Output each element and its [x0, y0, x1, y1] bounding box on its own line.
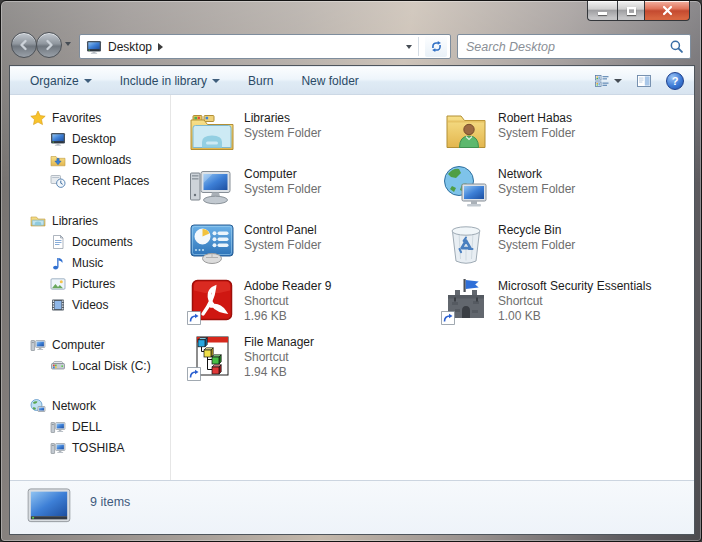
music-note-icon	[50, 255, 66, 271]
forward-button[interactable]	[36, 32, 62, 58]
preview-pane-icon	[636, 73, 652, 89]
file-item-control-panel[interactable]: Control Panel System Folder	[188, 220, 440, 276]
search-box[interactable]	[457, 34, 691, 59]
file-item-text: File Manager Shortcut 1.94 KB	[244, 332, 314, 388]
minimize-icon	[598, 12, 607, 15]
item-size: 1.96 KB	[244, 309, 331, 324]
desktop-monitor-icon	[86, 39, 102, 55]
command-bar-right: ?	[594, 72, 684, 90]
file-item-recycle-bin[interactable]: Recycle Bin System Folder	[442, 220, 694, 276]
refresh-button[interactable]	[425, 36, 447, 57]
search-input[interactable]	[464, 39, 669, 55]
sidebar-item-desktop[interactable]: Desktop	[10, 128, 170, 149]
preview-pane-button[interactable]	[636, 73, 652, 89]
libraries-group: Libraries Documents Music Pictures	[10, 210, 170, 315]
item-label: Local Disk (C:)	[72, 359, 151, 373]
organize-button[interactable]: Organize	[30, 74, 92, 88]
file-item-text: Network System Folder	[498, 164, 575, 220]
new-folder-button[interactable]: New folder	[301, 74, 358, 88]
file-item-text: Libraries System Folder	[244, 108, 321, 164]
file-item-text: Robert Habas System Folder	[498, 108, 575, 164]
minimize-button[interactable]	[587, 1, 617, 21]
help-button[interactable]: ?	[666, 72, 684, 90]
breadcrumb-arrow-icon[interactable]	[158, 43, 163, 51]
computer-icon	[188, 164, 236, 212]
include-in-library-button[interactable]: Include in library	[120, 74, 220, 88]
film-icon	[50, 297, 66, 313]
file-item-text: Recycle Bin System Folder	[498, 220, 575, 276]
desktop-monitor-icon	[26, 488, 72, 528]
maximize-icon	[627, 7, 636, 15]
libraries-icon	[188, 108, 236, 156]
file-item-text: Control Panel System Folder	[244, 220, 321, 276]
item-type: Shortcut	[498, 294, 651, 309]
item-name: Network	[498, 167, 575, 182]
client-area: Organize Include in library Burn New fol…	[9, 65, 695, 535]
navigation-pane: Favorites Desktop Downloads Recent Place…	[10, 95, 171, 480]
file-item-security-essentials[interactable]: Microsoft Security Essentials Shortcut 1…	[442, 276, 694, 332]
chevron-down-icon	[84, 79, 92, 83]
file-list-column-2: Robert Habas System Folder Network Syste…	[442, 108, 694, 332]
close-button[interactable]	[645, 1, 690, 21]
sidebar-group-favorites[interactable]: Favorites	[10, 107, 170, 128]
sidebar-item-pictures[interactable]: Pictures	[10, 273, 170, 294]
item-label: Desktop	[72, 132, 116, 146]
sidebar-item-downloads[interactable]: Downloads	[10, 149, 170, 170]
new-folder-label: New folder	[301, 74, 358, 88]
item-size: 1.94 KB	[244, 365, 314, 380]
item-name: Computer	[244, 167, 321, 182]
file-item-computer[interactable]: Computer System Folder	[188, 164, 440, 220]
organize-label: Organize	[30, 74, 79, 88]
back-arrow-icon	[18, 39, 30, 51]
include-in-library-label: Include in library	[120, 74, 207, 88]
file-item-adobe-reader[interactable]: Adobe Reader 9 Shortcut 1.96 KB	[188, 276, 440, 332]
item-name: File Manager	[244, 335, 314, 350]
file-item-libraries[interactable]: Libraries System Folder	[188, 108, 440, 164]
chevron-down-icon[interactable]	[614, 79, 622, 83]
favorites-group: Favorites Desktop Downloads Recent Place…	[10, 107, 170, 191]
change-view-button[interactable]	[594, 73, 622, 89]
sidebar-item-music[interactable]: Music	[10, 252, 170, 273]
burn-button[interactable]: Burn	[248, 74, 273, 88]
sidebar-item-videos[interactable]: Videos	[10, 294, 170, 315]
burn-label: Burn	[248, 74, 273, 88]
file-item-text: Computer System Folder	[244, 164, 321, 220]
forward-arrow-icon	[43, 39, 55, 51]
breadcrumb-location[interactable]: Desktop	[108, 40, 152, 54]
maximize-button[interactable]	[617, 1, 645, 21]
file-item-network[interactable]: Network System Folder	[442, 164, 694, 220]
sidebar-item-toshiba[interactable]: TOSHIBA	[10, 437, 170, 458]
sidebar-item-local-disk-c[interactable]: Local Disk (C:)	[10, 355, 170, 376]
sidebar-item-recent-places[interactable]: Recent Places	[10, 170, 170, 191]
address-dropdown-icon[interactable]	[406, 45, 412, 49]
shortcut-arrow-icon	[187, 367, 201, 381]
item-name: Recycle Bin	[498, 223, 575, 238]
back-button[interactable]	[11, 32, 37, 58]
computer-group: Computer Local Disk (C:)	[10, 334, 170, 376]
sidebar-group-network[interactable]: Network	[10, 395, 170, 416]
address-bar[interactable]: Desktop	[79, 34, 451, 59]
file-item-file-manager[interactable]: File Manager Shortcut 1.94 KB	[188, 332, 440, 388]
file-list: Libraries System Folder Computer System …	[172, 95, 694, 480]
history-dropdown-icon[interactable]	[65, 42, 71, 46]
command-bar: Organize Include in library Burn New fol…	[10, 66, 694, 95]
search-icon[interactable]	[669, 39, 684, 54]
network-globe-icon	[30, 398, 46, 414]
item-name: Microsoft Security Essentials	[498, 279, 651, 294]
explorer-body: Favorites Desktop Downloads Recent Place…	[10, 95, 694, 480]
shortcut-arrow-icon	[441, 311, 455, 325]
window-controls	[587, 1, 690, 21]
recycle-bin-icon	[442, 220, 490, 268]
file-item-text: Microsoft Security Essentials Shortcut 1…	[498, 276, 651, 332]
computer-icon	[30, 337, 46, 353]
file-item-robert-habas[interactable]: Robert Habas System Folder	[442, 108, 694, 164]
sidebar-group-libraries[interactable]: Libraries	[10, 210, 170, 231]
item-type: System Folder	[244, 238, 321, 253]
sidebar-item-dell[interactable]: DELL	[10, 416, 170, 437]
item-name: Robert Habas	[498, 111, 575, 126]
sidebar-item-documents[interactable]: Documents	[10, 231, 170, 252]
star-icon	[30, 110, 46, 126]
libraries-folder-icon	[30, 213, 46, 229]
chevron-down-icon	[212, 79, 220, 83]
sidebar-group-computer[interactable]: Computer	[10, 334, 170, 355]
